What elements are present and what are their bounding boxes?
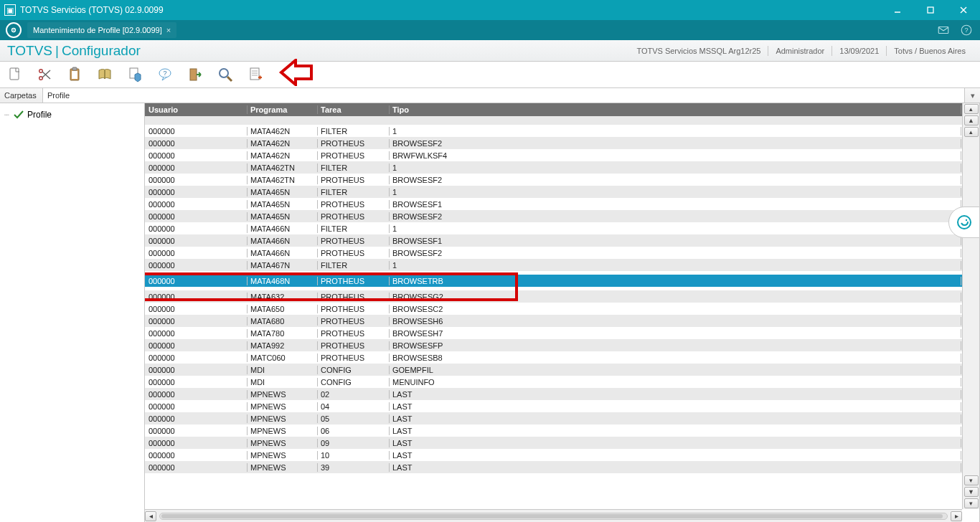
cell-tarea: 06 bbox=[318, 427, 390, 435]
svg-text:?: ? bbox=[163, 70, 166, 77]
cell-tarea: PROTHEUS bbox=[318, 277, 390, 285]
cell-programa: Programa bbox=[248, 105, 318, 114]
svg-point-19 bbox=[220, 69, 228, 77]
cell-tarea: 05 bbox=[318, 414, 390, 423]
export-doc-icon[interactable] bbox=[125, 65, 145, 85]
door-exit-icon[interactable] bbox=[185, 65, 205, 85]
table-row[interactable]: 000000MATC060PROTHEUSBROWSESB8 bbox=[145, 351, 962, 364]
help-balloon-icon[interactable]: ? bbox=[155, 65, 175, 85]
module-header: TOTVS|Configurador TOTVS Servicios MSSQL… bbox=[0, 40, 980, 62]
cell-tarea: PROTHEUS bbox=[318, 341, 390, 350]
mail-icon[interactable] bbox=[937, 24, 950, 37]
table-row[interactable]: 000000MATA462TNFILTER1 bbox=[145, 161, 962, 174]
table-row[interactable]: 000000MATA680PROTHEUSBROWSESH6 bbox=[145, 315, 962, 327]
table-row[interactable]: 000000MATA632PROTHEUSBROWSESG2 bbox=[145, 290, 962, 303]
cell-programa: MPNEWS bbox=[248, 451, 318, 460]
folder-value[interactable]: Profile bbox=[43, 88, 964, 103]
cell-programa: MPNEWS bbox=[248, 390, 318, 399]
table-row[interactable]: 000000MPNEWS06LAST bbox=[145, 424, 962, 437]
table-row[interactable]: 000000MATA462TNPROTHEUSBROWSESF2 bbox=[145, 174, 962, 186]
cell-usuario: 000000 bbox=[146, 427, 248, 435]
table-row[interactable]: 000000MATA465NFILTER1 bbox=[145, 186, 962, 198]
window-minimize[interactable] bbox=[881, 0, 914, 20]
tab-profile-maint[interactable]: Mantenimiento de Profile [02.9.0099] × bbox=[27, 22, 176, 38]
cell-tipo: BROWSESFP bbox=[390, 341, 961, 350]
cell-programa: MATA462N bbox=[248, 127, 318, 136]
svg-line-20 bbox=[227, 77, 232, 81]
table-row[interactable]: 000000MPNEWS10LAST bbox=[145, 449, 962, 461]
table-row[interactable]: 000000MATA467NFILTER1 bbox=[145, 259, 962, 271]
scroll-bottom-icon[interactable]: ▾ bbox=[964, 498, 979, 508]
cell-usuario: 000000 bbox=[146, 317, 248, 326]
tab-label: Mantenimiento de Profile [02.9.0099] bbox=[33, 26, 162, 34]
cell-tarea: FILTER bbox=[318, 127, 390, 136]
table-row[interactable]: 000000MPNEWS39LAST bbox=[145, 461, 962, 473]
cell-usuario: 000000 bbox=[146, 127, 248, 136]
table-row[interactable]: 000000MATA465NPROTHEUSBROWSESF1 bbox=[145, 198, 962, 210]
table-row[interactable]: 000000MATA462NFILTER1 bbox=[145, 125, 962, 137]
table-row[interactable]: 000000MPNEWS02LAST bbox=[145, 388, 962, 400]
cell-usuario: 000000 bbox=[146, 414, 248, 423]
help-icon[interactable]: ? bbox=[960, 24, 973, 37]
cell-usuario: 000000 bbox=[146, 378, 248, 386]
table-row[interactable]: 000000MDICONFIGGOEMPFIL bbox=[145, 364, 962, 376]
cell-tipo: BROWSESH7 bbox=[390, 329, 961, 338]
table-row[interactable]: 000000MPNEWS05LAST bbox=[145, 412, 962, 424]
scroll-left-icon[interactable]: ◂ bbox=[145, 511, 156, 521]
folder-dropdown-icon[interactable]: ▾ bbox=[964, 88, 980, 103]
cell-tarea: PROTHEUS bbox=[318, 317, 390, 326]
scroll-up-small-icon[interactable]: ▴ bbox=[964, 127, 979, 137]
cell-tarea: FILTER bbox=[318, 163, 390, 172]
cell-usuario: 000000 bbox=[146, 305, 248, 313]
cell-usuario: 000000 bbox=[146, 390, 248, 399]
table-row[interactable]: 000000MATA466NPROTHEUSBROWSESF2 bbox=[145, 247, 962, 259]
cell-tarea: 04 bbox=[318, 402, 390, 411]
cell-usuario: 000000 bbox=[146, 139, 248, 148]
window-maximize[interactable] bbox=[914, 0, 947, 20]
clipboard-icon[interactable] bbox=[65, 65, 85, 85]
scroll-down-small-icon[interactable]: ▾ bbox=[964, 475, 979, 485]
scroll-top-icon[interactable]: ▴ bbox=[964, 104, 979, 114]
table-row[interactable]: 000000MPNEWS09LAST bbox=[145, 437, 962, 449]
table-row[interactable]: 000000MATA462NPROTHEUSBROWSESF2 bbox=[145, 137, 962, 149]
table-row[interactable]: 000000MDICONFIGMENUINFO bbox=[145, 376, 962, 388]
cell-programa: MATA632 bbox=[248, 293, 318, 301]
cell-usuario: 000000 bbox=[146, 261, 248, 270]
cell-tipo: BROWSESB8 bbox=[390, 353, 961, 362]
cell-usuario: 000000 bbox=[146, 151, 248, 160]
cell-tarea: PROTHEUS bbox=[318, 139, 390, 148]
table-row[interactable]: 000000MATA468NPROTHEUSBROWSETRB bbox=[145, 275, 962, 287]
scissors-icon[interactable] bbox=[34, 65, 55, 85]
cell-tipo: LAST bbox=[390, 463, 961, 472]
svg-rect-6 bbox=[938, 27, 948, 34]
cell-usuario: 000000 bbox=[146, 212, 248, 221]
scroll-right-icon[interactable]: ▸ bbox=[951, 511, 962, 521]
cell-tipo: BROWSESF2 bbox=[390, 212, 961, 221]
cell-programa: MPNEWS bbox=[248, 414, 318, 423]
table-row[interactable]: 000000MATA780PROTHEUSBROWSESH7 bbox=[145, 327, 962, 339]
table-row[interactable]: 000000MPNEWS04LAST bbox=[145, 400, 962, 412]
svg-point-25 bbox=[958, 216, 971, 229]
magnifier-icon[interactable] bbox=[215, 65, 235, 85]
page-add-icon[interactable] bbox=[245, 65, 265, 85]
home-button[interactable] bbox=[6, 22, 22, 38]
new-doc-icon[interactable] bbox=[4, 65, 24, 85]
tree-node-profile[interactable]: ┈ Profile bbox=[3, 108, 141, 122]
table-row[interactable]: 000000MATA466NFILTER1 bbox=[145, 222, 962, 234]
horizontal-scrollbar[interactable]: ◂ ▸ bbox=[145, 509, 962, 522]
table-row[interactable]: 000000MATA992PROTHEUSBROWSESFP bbox=[145, 339, 962, 351]
scroll-down-icon[interactable]: ▼ bbox=[964, 487, 979, 497]
vertical-scrollbar[interactable]: ▴ ▲ ▴ ▾ ▼ ▾ bbox=[962, 103, 979, 509]
table-row[interactable]: 000000MATA650PROTHEUSBROWSESC2 bbox=[145, 303, 962, 315]
cell-usuario: 000000 bbox=[146, 163, 248, 172]
svg-rect-21 bbox=[250, 68, 259, 80]
table-row[interactable]: 000000MATA466NPROTHEUSBROWSESF1 bbox=[145, 234, 962, 247]
book-icon[interactable] bbox=[95, 65, 115, 85]
window-close[interactable] bbox=[947, 0, 980, 20]
scroll-up-icon[interactable]: ▲ bbox=[964, 115, 979, 125]
table-row[interactable]: 000000MATA465NPROTHEUSBROWSESF2 bbox=[145, 210, 962, 222]
tab-close-icon[interactable]: × bbox=[166, 26, 171, 34]
chat-help-button[interactable] bbox=[948, 207, 980, 238]
table-row[interactable]: 000000MATA462NPROTHEUSBRWFWLKSF4 bbox=[145, 149, 962, 161]
cell-tipo: BROWSESF2 bbox=[390, 249, 961, 257]
